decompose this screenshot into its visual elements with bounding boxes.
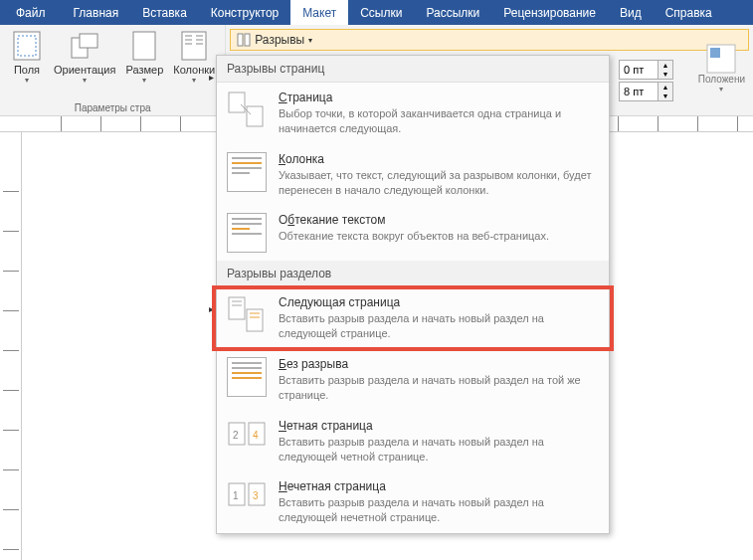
tab-mailings[interactable]: Рассылки xyxy=(414,0,491,25)
breaks-icon xyxy=(237,33,251,47)
tab-home[interactable]: Главная xyxy=(62,0,131,25)
tab-references[interactable]: Ссылки xyxy=(348,0,414,25)
tab-design[interactable]: Конструктор xyxy=(199,0,290,25)
spacing-before-input[interactable]: 0 пт ▲▼ xyxy=(619,60,673,80)
tab-view[interactable]: Вид xyxy=(608,0,654,25)
size-button[interactable]: Размер ▾ xyxy=(121,28,167,102)
chevron-down-icon: ▾ xyxy=(192,76,196,85)
margins-icon xyxy=(11,30,43,62)
chevron-down-icon: ▾ xyxy=(308,36,312,45)
evenpage-break-icon: 24 xyxy=(227,419,267,459)
tab-layout[interactable]: Макет xyxy=(290,0,348,25)
svg-text:2: 2 xyxy=(233,430,239,441)
tab-insert[interactable]: Вставка xyxy=(130,0,199,25)
menu-item-desc: Вставить разрыв раздела и начать новый р… xyxy=(279,495,599,525)
orientation-icon xyxy=(69,30,100,62)
arrow-right-icon: ▸ xyxy=(209,72,214,83)
textwrap-break-icon xyxy=(227,213,267,253)
margins-button[interactable]: Поля ▾ xyxy=(6,28,48,102)
position-button[interactable]: Положени ▾ xyxy=(694,40,749,97)
svg-rect-3 xyxy=(80,34,97,48)
continuous-break-icon xyxy=(227,357,267,397)
menu-item-desc: Указывает, что текст, следующий за разры… xyxy=(279,168,599,198)
menu-item-column[interactable]: Колонка Указывает, что текст, следующий … xyxy=(217,144,609,206)
menu-item-desc: Вставить разрыв раздела и начать новый р… xyxy=(279,311,599,341)
menu-item-title: Нечетная страница xyxy=(279,479,599,493)
page-setup-label: Параметры стра xyxy=(6,102,219,115)
vertical-ruler[interactable] xyxy=(0,132,22,560)
chevron-down-icon: ▾ xyxy=(83,76,87,85)
chevron-down-icon: ▾ xyxy=(719,85,723,93)
columns-button[interactable]: Колонки ▾ xyxy=(169,28,219,102)
svg-text:3: 3 xyxy=(253,490,259,501)
svg-rect-4 xyxy=(133,32,155,60)
columns-icon xyxy=(178,30,210,62)
menu-item-desc: Вставить разрыв раздела и начать новый р… xyxy=(279,373,599,403)
nextpage-break-icon xyxy=(227,295,267,335)
spinner-up-icon[interactable]: ▲ xyxy=(659,83,672,92)
spinner-down-icon[interactable]: ▼ xyxy=(659,92,672,100)
svg-rect-21 xyxy=(247,309,263,331)
menu-item-textwrap[interactable]: Обтекание текстом Обтекание текста вокру… xyxy=(217,205,609,261)
arrow-right-icon: ▸ xyxy=(209,303,214,314)
svg-rect-13 xyxy=(245,34,250,46)
oddpage-break-icon: 13 xyxy=(227,479,267,519)
svg-rect-12 xyxy=(238,34,243,46)
spinner-up-icon[interactable]: ▲ xyxy=(659,61,672,70)
menu-item-desc: Обтекание текста вокруг объектов на веб-… xyxy=(279,229,599,244)
position-icon xyxy=(706,44,736,74)
menu-item-title: Следующая страница xyxy=(279,295,599,309)
menu-item-title: Четная страница xyxy=(279,419,599,433)
size-icon xyxy=(128,30,160,62)
svg-rect-16 xyxy=(229,93,245,112)
menu-item-nextpage[interactable]: ▸ Следующая страница Вставить разрыв раз… xyxy=(217,287,609,349)
menu-item-oddpage[interactable]: 13 Нечетная страница Вставить разрыв раз… xyxy=(217,471,609,533)
tab-review[interactable]: Рецензирование xyxy=(491,0,608,25)
menu-item-title: Обтекание текстом xyxy=(279,213,599,227)
svg-rect-15 xyxy=(710,48,720,58)
breaks-dropdown: Разрывы страниц ▸ Страница Выбор точки, … xyxy=(216,55,610,534)
svg-text:4: 4 xyxy=(253,430,259,441)
menu-item-desc: Вставить разрыв раздела и начать новый р… xyxy=(279,435,599,465)
page-break-icon xyxy=(227,91,267,130)
spinner-down-icon[interactable]: ▼ xyxy=(659,70,672,79)
breaks-button[interactable]: Разрывы ▾ xyxy=(230,29,749,51)
tab-file[interactable]: Файл xyxy=(0,0,62,25)
menu-item-evenpage[interactable]: 24 Четная страница Вставить разрыв разде… xyxy=(217,411,609,472)
orientation-button[interactable]: Ориентация ▾ xyxy=(50,28,119,102)
menu-item-title: Страница xyxy=(279,91,599,104)
column-break-icon xyxy=(227,152,267,192)
spacing-after-input[interactable]: 8 пт ▲▼ xyxy=(619,82,673,101)
chevron-down-icon: ▾ xyxy=(25,76,29,85)
svg-text:1: 1 xyxy=(233,490,239,501)
tab-help[interactable]: Справка xyxy=(654,0,724,25)
menu-item-page[interactable]: ▸ Страница Выбор точки, в которой заканч… xyxy=(217,83,609,144)
menu-item-desc: Выбор точки, в которой заканчивается одн… xyxy=(279,106,599,136)
ribbon-tabs: Файл Главная Вставка Конструктор Макет С… xyxy=(0,0,753,25)
menu-item-title: Колонка xyxy=(279,152,599,166)
menu-item-title: Без разрыва xyxy=(279,357,599,371)
page-breaks-header: Разрывы страниц xyxy=(217,56,609,83)
chevron-down-icon: ▾ xyxy=(142,76,146,85)
svg-rect-18 xyxy=(229,297,245,319)
spacing-spinners: 0 пт ▲▼ 8 пт ▲▼ xyxy=(619,60,673,103)
section-breaks-header: Разрывы разделов xyxy=(217,261,609,287)
menu-item-continuous[interactable]: Без разрыва Вставить разрыв раздела и на… xyxy=(217,349,609,411)
svg-rect-17 xyxy=(247,106,263,126)
